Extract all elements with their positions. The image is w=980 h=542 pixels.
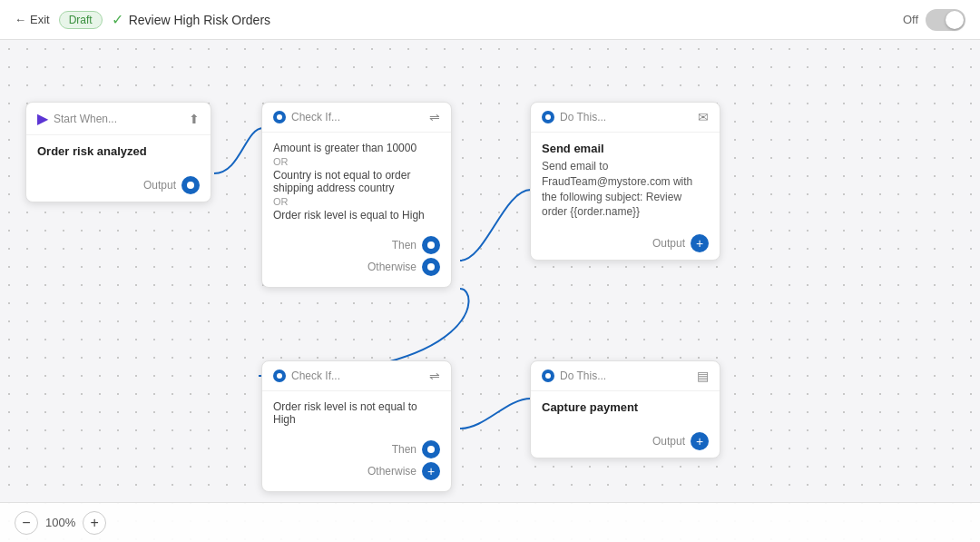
check-if-1-then-label: Then <box>392 239 416 251</box>
condition-1-2: Country is not equal to order shipping a… <box>273 169 440 194</box>
check-if-1-then-port[interactable] <box>422 236 440 254</box>
zoom-minus-icon: − <box>22 515 30 531</box>
do-this-1-output-port[interactable]: + <box>691 234 709 252</box>
condition-or-2: OR <box>273 196 440 207</box>
check-if-1-header-left: Check If... <box>273 111 340 123</box>
start-when-label: Start When... <box>54 113 117 125</box>
condition-1-3: Order risk level is equal to High <box>273 209 440 222</box>
check-if-2-node: Check If... ⇌ Order risk level is not eq… <box>261 360 452 492</box>
do-this-1-text: Send email to FraudTeam@mystore.com with… <box>542 159 709 220</box>
filter-icon-2: ⇌ <box>429 369 440 383</box>
condition-1-1: Amount is greater than 10000 <box>273 142 440 154</box>
condition-or-1: OR <box>273 156 440 167</box>
start-when-node: ▶ Start When... ⬆ Order risk analyzed Ou… <box>25 102 211 202</box>
check-if-2-header-dot <box>273 370 286 382</box>
check-if-1-node: Check If... ⇌ Amount is greater than 100… <box>261 102 452 288</box>
zoom-plus-icon: + <box>91 515 99 531</box>
upload-icon: ⬆ <box>189 112 200 126</box>
topbar-left: ← Exit Draft ✓ Review High Risk Orders <box>15 11 270 29</box>
card-icon: ▤ <box>697 369 709 383</box>
check-circle-icon: ✓ <box>112 11 123 28</box>
do-this-1-title: Send email <box>542 142 709 155</box>
draft-badge: Draft <box>59 11 103 29</box>
zoom-in-button[interactable]: + <box>83 511 106 535</box>
check-if-2-otherwise-row: Otherwise + <box>273 462 440 480</box>
check-if-1-otherwise-label: Otherwise <box>368 261 416 273</box>
do-this-2-output-port[interactable]: + <box>691 432 709 450</box>
do-this-2-header-left: Do This... <box>542 370 606 382</box>
do-this-2-output-label: Output <box>652 435 685 448</box>
start-when-header-left: ▶ Start When... <box>37 110 117 127</box>
do-this-2-footer: Output + <box>531 427 720 458</box>
check-if-1-then-row: Then <box>273 236 440 254</box>
play-icon: ▶ <box>37 110 48 127</box>
do-this-2-title: Capture payment <box>542 400 709 414</box>
check-if-2-then-port[interactable] <box>422 440 440 458</box>
start-when-title: Order risk analyzed <box>37 144 200 158</box>
check-if-2-then-row: Then <box>273 440 440 458</box>
check-if-2-header: Check If... ⇌ <box>262 361 451 391</box>
exit-button[interactable]: ← Exit <box>15 13 50 26</box>
toggle-label: Off <box>903 13 918 26</box>
do-this-1-output-label: Output <box>652 237 685 250</box>
do-this-1-node: Do This... ✉ Send email Send email to Fr… <box>530 102 720 261</box>
check-if-2-header-left: Check If... <box>273 370 340 382</box>
start-output-port[interactable] <box>181 176 200 194</box>
do-this-2-node: Do This... ▤ Capture payment Output + <box>530 360 720 458</box>
check-if-2-label: Check If... <box>291 370 340 382</box>
do-this-2-header: Do This... ▤ <box>531 361 720 391</box>
do-this-2-header-dot <box>542 370 554 382</box>
filter-icon-1: ⇌ <box>429 110 440 124</box>
bottombar: − 100% + <box>0 502 980 542</box>
check-if-1-otherwise-port[interactable] <box>422 258 440 276</box>
zoom-out-button[interactable]: − <box>15 511 38 535</box>
check-if-1-body: Amount is greater than 10000 OR Country … <box>262 133 451 232</box>
check-if-2-ports: Then Otherwise + <box>262 437 451 491</box>
check-if-2-then-label: Then <box>392 443 416 456</box>
check-if-1-header: Check If... ⇌ <box>262 103 451 133</box>
do-this-1-label: Do This... <box>560 111 606 123</box>
do-this-1-header-left: Do This... <box>542 111 606 123</box>
check-if-2-body: Order risk level is not equal to High <box>262 391 451 437</box>
condition-2-1: Order risk level is not equal to High <box>273 400 440 426</box>
do-this-1-body: Send email Send email to FraudTeam@mysto… <box>531 133 720 229</box>
start-when-footer: Output <box>26 171 211 202</box>
topbar: ← Exit Draft ✓ Review High Risk Orders O… <box>0 0 980 40</box>
do-this-1-header-dot <box>542 111 554 123</box>
check-if-2-otherwise-label: Otherwise <box>368 465 416 478</box>
do-this-2-body: Capture payment <box>531 391 720 427</box>
mail-icon: ✉ <box>698 110 709 124</box>
check-if-1-label: Check If... <box>291 111 340 123</box>
start-output-label: Output <box>143 179 176 192</box>
exit-label: Exit <box>30 13 50 26</box>
check-if-1-ports: Then Otherwise <box>262 232 451 287</box>
topbar-right: Off <box>903 9 965 31</box>
workflow-title-group: ✓ Review High Risk Orders <box>112 11 270 28</box>
check-if-2-otherwise-port[interactable]: + <box>422 462 440 480</box>
start-when-body: Order risk analyzed <box>26 135 211 171</box>
do-this-1-footer: Output + <box>531 229 720 260</box>
workflow-canvas: ▶ Start When... ⬆ Order risk analyzed Ou… <box>0 40 980 542</box>
check-if-1-header-dot <box>273 111 286 123</box>
check-if-1-otherwise-row: Otherwise <box>273 258 440 276</box>
zoom-level-label: 100% <box>45 516 75 529</box>
do-this-2-label: Do This... <box>560 370 606 382</box>
start-when-header: ▶ Start When... ⬆ <box>26 103 211 135</box>
do-this-1-header: Do This... ✉ <box>531 103 720 133</box>
arrow-left-icon: ← <box>15 13 26 26</box>
on-off-toggle[interactable] <box>926 9 965 31</box>
workflow-title: Review High Risk Orders <box>129 13 270 27</box>
